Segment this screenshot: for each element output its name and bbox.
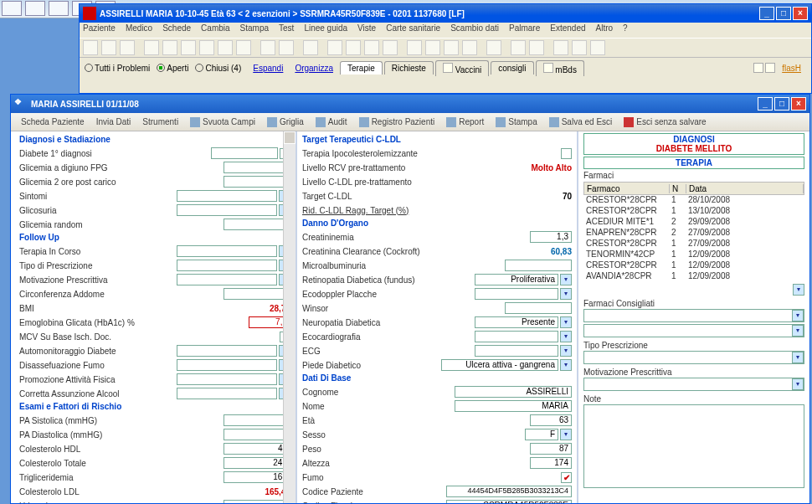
menu-carte[interactable]: Carte sanitarie [386, 23, 440, 37]
dropdown-icon[interactable]: ▾ [560, 316, 572, 328]
dropdown-icon[interactable]: ▾ [792, 378, 804, 390]
btn-audit[interactable]: Audit [312, 116, 351, 128]
dropdown-icon[interactable]: ▾ [560, 359, 572, 371]
btn-strumenti[interactable]: Strumenti [139, 116, 182, 127]
table-row[interactable]: ACEDIUR MITE*1229/09/2008 [583, 217, 804, 228]
tab-richieste[interactable]: Richieste [384, 61, 434, 75]
dropdown-icon[interactable]: ▾ [560, 429, 572, 440]
input-nome[interactable]: MARIA [455, 400, 572, 412]
input-codpaz[interactable]: 44454D4F5B285B3033213C4 [446, 486, 572, 497]
tool-btn[interactable] [486, 40, 501, 55]
menu-extended[interactable]: Extended [550, 23, 585, 37]
tool-btn[interactable] [218, 40, 233, 55]
tab-vaccini[interactable]: Vaccini [435, 60, 489, 76]
input[interactable] [224, 162, 290, 173]
input[interactable] [505, 260, 572, 271]
select-retino[interactable]: Proliferativa [475, 274, 558, 285]
tool-btn[interactable] [144, 40, 159, 55]
tool-btn[interactable] [260, 40, 275, 55]
input-cognome[interactable]: ASSIRELLI [455, 386, 572, 398]
input[interactable] [177, 245, 277, 257]
input-hdl[interactable]: 46 [224, 443, 290, 455]
input-farmaci-cons[interactable]: ▾ [583, 309, 804, 322]
btn-salva[interactable]: Salva ed Esci [546, 116, 616, 128]
btn-registro[interactable]: Registro Pazienti [356, 116, 439, 128]
tool-btn[interactable] [462, 40, 477, 55]
radio-tutti[interactable]: Tutti i Problemi [85, 64, 150, 73]
input-codfisc[interactable]: SSRMRA45R50F839E [446, 500, 572, 503]
checkbox[interactable] [561, 148, 572, 159]
menu-cambia[interactable]: Cambia [201, 23, 229, 37]
maximize-button[interactable]: □ [776, 7, 791, 20]
tool-btn[interactable] [236, 40, 251, 55]
input[interactable] [224, 219, 290, 230]
input[interactable] [177, 190, 277, 202]
input[interactable] [475, 345, 558, 357]
btn-esci[interactable]: Esci senza salvare [620, 116, 709, 128]
input[interactable] [224, 500, 290, 503]
tool-btn[interactable] [425, 40, 440, 55]
link-rid-cldl[interactable]: Rid. C-LDL Ragg. Target (%) [302, 206, 440, 215]
radio-chiusi[interactable]: Chiusi (4) [195, 64, 241, 73]
tab-mbds[interactable]: mBds [536, 60, 584, 76]
tool-btn[interactable] [383, 40, 398, 55]
dropdown-icon[interactable]: ▾ [560, 288, 572, 300]
tool-btn[interactable] [572, 40, 587, 55]
input-coltot[interactable]: 245 [224, 457, 290, 469]
input-eta[interactable]: 63 [530, 414, 572, 426]
menu-medico[interactable]: Medico [126, 23, 152, 37]
btn-stampa[interactable]: Stampa [492, 116, 540, 128]
tool-btn[interactable] [199, 40, 214, 55]
input[interactable] [177, 373, 277, 385]
input-altezza[interactable]: 174 [530, 457, 572, 469]
input[interactable] [177, 388, 277, 399]
input[interactable] [475, 288, 558, 300]
table-row[interactable]: CRESTOR*28CPR128/10/2008 [583, 195, 804, 206]
menu-viste[interactable]: Viste [357, 23, 376, 37]
input[interactable] [177, 345, 277, 357]
checkbox-fumo[interactable]: ✔ [561, 472, 572, 483]
btn-report[interactable]: Report [443, 116, 487, 128]
btn-invia[interactable]: Invia Dati [93, 116, 135, 127]
tool-btn[interactable] [444, 40, 459, 55]
tool-btn[interactable] [364, 40, 379, 55]
menu-altro[interactable]: Altro [596, 23, 614, 37]
input-creat[interactable]: 1,3 [530, 231, 572, 243]
maximize-button[interactable]: □ [774, 97, 789, 111]
input[interactable] [224, 176, 290, 188]
menubar[interactable]: Paziente Medico Schede Cambia Stampa Tes… [80, 23, 811, 38]
link-espandi[interactable]: Espandi [253, 64, 283, 73]
tool-btn[interactable] [590, 40, 605, 55]
input-trig[interactable]: 168 [224, 471, 290, 483]
dropdown-icon[interactable]: ▾ [560, 345, 572, 357]
select-piede[interactable]: Ulcera attiva - gangrena [441, 359, 558, 371]
tool-btn[interactable] [303, 40, 318, 55]
input[interactable] [475, 331, 558, 342]
input-tipo-presc[interactable]: ▾ [583, 351, 804, 364]
tool-btn[interactable] [407, 40, 422, 55]
table-row[interactable]: CRESTOR*28CPR112/09/2008 [583, 260, 804, 271]
tool-btn[interactable] [181, 40, 196, 55]
tool-btn[interactable] [120, 40, 135, 55]
select-neuro[interactable]: Presente [475, 316, 558, 328]
input-motiv-presc[interactable]: ▾ [583, 378, 804, 391]
input[interactable] [224, 429, 290, 440]
input[interactable] [505, 302, 572, 314]
menu-schede[interactable]: Schede [162, 23, 191, 37]
input-peso[interactable]: 87 [530, 443, 572, 455]
tool-btn[interactable] [511, 40, 526, 55]
tool-btn[interactable] [346, 40, 361, 55]
tool-btn[interactable] [162, 40, 177, 55]
table-row[interactable]: TENORMIN*42CP112/09/2008 [583, 249, 804, 260]
tool-btn[interactable] [101, 40, 116, 55]
input[interactable] [224, 414, 290, 426]
table-row[interactable]: CRESTOR*28CPR113/10/2008 [583, 206, 804, 217]
tool-btn[interactable] [83, 40, 98, 55]
dropdown-icon[interactable]: ▾ [793, 284, 804, 296]
menu-lineeguida[interactable]: Linee guida [304, 23, 347, 37]
input[interactable] [224, 288, 290, 300]
radio-aperti[interactable]: Aperti [157, 64, 188, 73]
scrollbar[interactable] [283, 131, 296, 503]
tool-btn[interactable] [529, 40, 544, 55]
tool-btn[interactable] [553, 40, 568, 55]
